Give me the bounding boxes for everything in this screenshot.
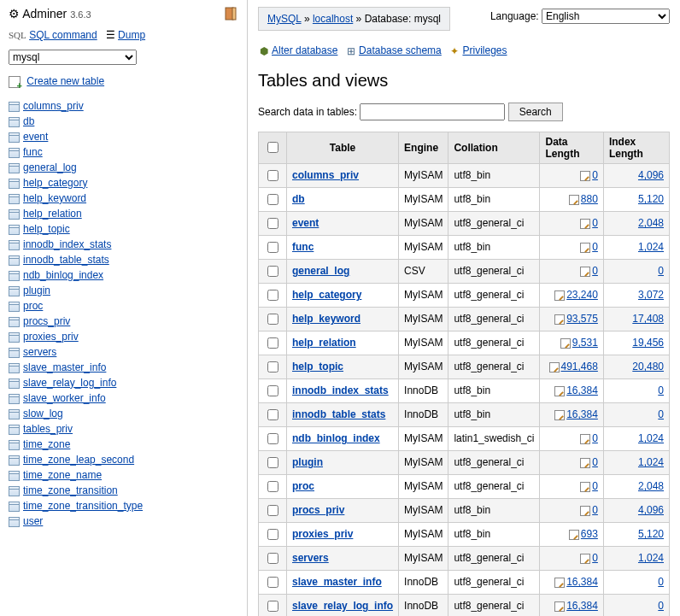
table-name-link[interactable]: ndb_binlog_index bbox=[292, 432, 380, 444]
sidebar-table-link[interactable]: time_zone_name bbox=[23, 469, 102, 481]
row-checkbox[interactable] bbox=[267, 194, 278, 205]
sidebar-table-link[interactable]: general_log bbox=[23, 161, 77, 173]
row-checkbox[interactable] bbox=[267, 553, 278, 564]
index-length-link[interactable]: 0 bbox=[658, 576, 664, 588]
data-length-link[interactable]: 0 bbox=[592, 504, 598, 516]
data-length-link[interactable]: 0 bbox=[592, 552, 598, 564]
sidebar-table-link[interactable]: slave_relay_log_info bbox=[23, 377, 116, 389]
sidebar-table-link[interactable]: db bbox=[23, 115, 34, 127]
select-all-checkbox[interactable] bbox=[267, 142, 278, 153]
table-name-link[interactable]: columns_priv bbox=[292, 169, 359, 181]
index-length-link[interactable]: 1,024 bbox=[638, 432, 664, 444]
data-length-link[interactable]: 16,384 bbox=[566, 576, 598, 588]
sidebar-table-link[interactable]: servers bbox=[23, 346, 56, 358]
sidebar-table-link[interactable]: time_zone_transition_type bbox=[23, 500, 143, 512]
table-name-link[interactable]: help_relation bbox=[292, 337, 356, 349]
data-length-link[interactable]: 0 bbox=[592, 169, 598, 181]
sidebar-table-link[interactable]: innodb_index_stats bbox=[23, 238, 111, 250]
row-checkbox[interactable] bbox=[267, 601, 278, 612]
col-table[interactable]: Table bbox=[287, 132, 399, 163]
sidebar-table-link[interactable]: ndb_binlog_index bbox=[23, 269, 103, 281]
row-checkbox[interactable] bbox=[267, 218, 278, 229]
table-name-link[interactable]: func bbox=[292, 241, 314, 253]
search-input[interactable] bbox=[360, 103, 505, 120]
breadcrumb-host[interactable]: localhost bbox=[313, 13, 353, 25]
sql-command-link[interactable]: SQL command bbox=[29, 29, 97, 41]
table-name-link[interactable]: slave_master_info bbox=[292, 576, 382, 588]
row-checkbox[interactable] bbox=[267, 481, 278, 492]
table-name-link[interactable]: plugin bbox=[292, 456, 323, 468]
index-length-link[interactable]: 2,048 bbox=[638, 480, 664, 492]
index-length-link[interactable]: 3,072 bbox=[638, 289, 664, 301]
sidebar-table-link[interactable]: help_relation bbox=[23, 208, 82, 220]
table-name-link[interactable]: procs_priv bbox=[292, 504, 344, 516]
col-engine[interactable]: Engine bbox=[399, 132, 448, 163]
index-length-link[interactable]: 0 bbox=[658, 384, 664, 396]
table-name-link[interactable]: help_topic bbox=[292, 361, 343, 373]
index-length-link[interactable]: 4,096 bbox=[638, 504, 664, 516]
data-length-link[interactable]: 93,575 bbox=[566, 313, 598, 325]
sidebar-table-link[interactable]: proc bbox=[23, 300, 43, 312]
table-name-link[interactable]: servers bbox=[292, 552, 329, 564]
sidebar-table-link[interactable]: event bbox=[23, 131, 48, 143]
logout-icon[interactable] bbox=[225, 7, 238, 21]
search-button[interactable]: Search bbox=[508, 103, 563, 121]
row-checkbox[interactable] bbox=[267, 577, 278, 588]
row-checkbox[interactable] bbox=[267, 457, 278, 468]
data-length-link[interactable]: 0 bbox=[592, 456, 598, 468]
data-length-link[interactable]: 693 bbox=[581, 528, 598, 540]
data-length-link[interactable]: 0 bbox=[592, 241, 598, 253]
sidebar-table-link[interactable]: help_category bbox=[23, 177, 87, 189]
index-length-link[interactable]: 0 bbox=[658, 265, 664, 277]
table-name-link[interactable]: innodb_table_stats bbox=[292, 408, 385, 420]
sidebar-table-link[interactable]: user bbox=[23, 515, 43, 527]
data-length-link[interactable]: 16,384 bbox=[566, 600, 598, 612]
breadcrumb-mysql[interactable]: MySQL bbox=[267, 13, 302, 25]
table-name-link[interactable]: proxies_priv bbox=[292, 528, 353, 540]
index-length-link[interactable]: 4,096 bbox=[638, 169, 664, 181]
sidebar-table-link[interactable]: procs_priv bbox=[23, 315, 70, 327]
index-length-link[interactable]: 1,024 bbox=[638, 456, 664, 468]
data-length-link[interactable]: 9,531 bbox=[572, 337, 598, 349]
row-checkbox[interactable] bbox=[267, 529, 278, 540]
index-length-link[interactable]: 2,048 bbox=[638, 217, 664, 229]
data-length-link[interactable]: 0 bbox=[592, 217, 598, 229]
data-length-link[interactable]: 0 bbox=[592, 265, 598, 277]
sidebar-table-link[interactable]: func bbox=[23, 146, 43, 158]
dump-link[interactable]: Dump bbox=[118, 29, 145, 41]
row-checkbox[interactable] bbox=[267, 242, 278, 253]
index-length-link[interactable]: 1,024 bbox=[638, 241, 664, 253]
row-checkbox[interactable] bbox=[267, 361, 278, 373]
privileges-link[interactable]: Privileges bbox=[462, 44, 507, 56]
table-name-link[interactable]: event bbox=[292, 217, 319, 229]
table-name-link[interactable]: general_log bbox=[292, 265, 349, 277]
data-length-link[interactable]: 0 bbox=[592, 480, 598, 492]
sidebar-table-link[interactable]: help_topic bbox=[23, 223, 70, 235]
index-length-link[interactable]: 19,456 bbox=[632, 337, 664, 349]
index-length-link[interactable]: 1,024 bbox=[638, 552, 664, 564]
table-name-link[interactable]: proc bbox=[292, 480, 314, 492]
language-select[interactable]: English bbox=[542, 9, 670, 24]
database-select[interactable]: mysql bbox=[9, 50, 137, 65]
row-checkbox[interactable] bbox=[267, 266, 278, 277]
col-data-length[interactable]: Data Length bbox=[540, 132, 603, 163]
index-length-link[interactable]: 0 bbox=[658, 408, 664, 420]
data-length-link[interactable]: 880 bbox=[581, 193, 598, 205]
data-length-link[interactable]: 491,468 bbox=[561, 361, 598, 373]
row-checkbox[interactable] bbox=[267, 170, 278, 181]
sidebar-table-link[interactable]: time_zone_leap_second bbox=[23, 454, 134, 466]
row-checkbox[interactable] bbox=[267, 433, 278, 444]
row-checkbox[interactable] bbox=[267, 385, 278, 396]
data-length-link[interactable]: 0 bbox=[592, 432, 598, 444]
sidebar-table-link[interactable]: tables_priv bbox=[23, 423, 73, 435]
table-name-link[interactable]: help_keyword bbox=[292, 313, 361, 325]
row-checkbox[interactable] bbox=[267, 505, 278, 516]
sidebar-table-link[interactable]: time_zone_transition bbox=[23, 484, 118, 496]
data-length-link[interactable]: 23,240 bbox=[566, 289, 598, 301]
create-table-link[interactable]: Create new table bbox=[26, 75, 104, 87]
sidebar-table-link[interactable]: slave_worker_info bbox=[23, 392, 106, 404]
sidebar-table-link[interactable]: slave_master_info bbox=[23, 361, 106, 373]
index-length-link[interactable]: 17,408 bbox=[632, 313, 664, 325]
sidebar-table-link[interactable]: slow_log bbox=[23, 408, 63, 419]
sidebar-table-link[interactable]: proxies_priv bbox=[23, 331, 79, 343]
